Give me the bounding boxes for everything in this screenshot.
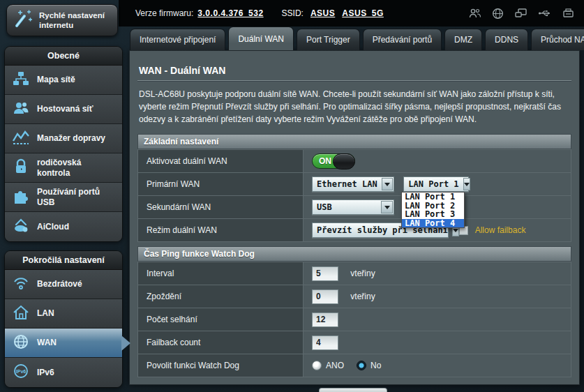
- chevron-down-icon: [381, 201, 393, 213]
- globe-icon[interactable]: [492, 8, 504, 20]
- sidebar-item-ipv6[interactable]: IPv6 IPv6: [5, 358, 122, 387]
- table-row: Primární WAN Ethernet LAN LAN Port 1 LAN…: [138, 173, 571, 196]
- watchdog-yes-label: ANO: [326, 361, 344, 370]
- interval-input[interactable]: [312, 266, 338, 281]
- usb-app-icon: [12, 187, 30, 208]
- devices-icon[interactable]: [514, 8, 527, 19]
- allow-failback-label: Allow failback: [475, 225, 526, 235]
- table-row: Sekundární WAN USB: [138, 196, 571, 219]
- top-status-bar: Verze firmwaru: 3.0.0.4.376_532 SSID: AS…: [119, 0, 584, 27]
- traffic-manager-icon: [12, 129, 30, 149]
- table-row: Failback count: [138, 331, 571, 354]
- svg-text:IPv6: IPv6: [16, 369, 27, 374]
- wireless-icon: [12, 275, 30, 294]
- sidebar-item-parental-control[interactable]: rodičovská kontrola: [5, 153, 122, 183]
- printer-icon[interactable]: [562, 8, 574, 19]
- sidebar-item-guest-network[interactable]: Hostovaná síť: [5, 95, 122, 124]
- interval-unit: vteřiny: [350, 269, 375, 278]
- sidebar-section-title-general: Obecné: [5, 47, 122, 66]
- failback-count-input[interactable]: [312, 336, 338, 350]
- sidebar-item-network-map[interactable]: Mapa sítě: [5, 66, 122, 95]
- table-row: Počet selhání: [138, 308, 571, 331]
- usb-icon[interactable]: [538, 8, 552, 18]
- tab-dual-wan[interactable]: Duální WAN: [228, 27, 294, 50]
- primary-wan-label: Primární WAN: [138, 173, 304, 196]
- tab-nat-passthrough[interactable]: Průchod NAT: [531, 29, 584, 50]
- clients-icon[interactable]: [469, 8, 481, 19]
- fail-count-label: Počet selhání: [138, 308, 304, 331]
- page-title: WAN - Duální WAN: [139, 65, 571, 76]
- quick-internet-setup-button[interactable]: Rychlé nastavení internetu: [6, 4, 118, 36]
- sidebar-item-traffic-manager[interactable]: Manažer dopravy: [5, 124, 122, 153]
- tab-dmz[interactable]: DMZ: [444, 29, 482, 50]
- tab-ddns[interactable]: DDNS: [485, 29, 528, 50]
- dropdown-option-lan-port-1[interactable]: LAN Port 1: [402, 193, 464, 202]
- sidebar-section-title-advanced: Pokročilá nastavení: [5, 251, 122, 270]
- watchdog-no-radio[interactable]: [357, 361, 366, 370]
- tab-port-forwarding[interactable]: Předávání portů: [363, 29, 442, 50]
- delay-input[interactable]: [312, 289, 338, 304]
- sidebar-item-label: AiCloud: [37, 222, 69, 232]
- sidebar-item-label: Používání portů USB: [37, 187, 114, 207]
- primary-wan-port-select[interactable]: LAN Port 1: [403, 176, 469, 192]
- watchdog-no-label: No: [370, 361, 381, 370]
- sidebar-item-label: Manažer dopravy: [37, 133, 105, 143]
- ssid-5g-link[interactable]: ASUS_5G: [342, 8, 384, 18]
- sidebar-item-usb-application[interactable]: Používání portů USB: [5, 183, 122, 212]
- main-panel: WAN - Duální WAN DSL-AC68U poskytuje pod…: [129, 50, 580, 385]
- primary-wan-type-select[interactable]: Ethernet LAN: [312, 176, 394, 192]
- ssid-area: SSID: ASUS ASUS_5G: [282, 8, 384, 18]
- ssid-label: SSID:: [282, 8, 304, 18]
- ipv6-icon: IPv6: [12, 362, 30, 383]
- lan-port-dropdown-list: LAN Port 1 LAN Port 2 LAN Port 3 LAN Por…: [401, 192, 465, 228]
- section-basic-config: Základní nastavení: [137, 134, 571, 149]
- sidebar: Obecné Mapa sítě Hostovaná síť Manažer d…: [4, 46, 123, 392]
- network-map-icon: [12, 70, 30, 90]
- sidebar-item-label: WAN: [37, 338, 57, 347]
- sidebar-item-label: LAN: [37, 308, 54, 318]
- table-row: Povolit funkci Watch Dog ANO No: [138, 354, 571, 377]
- tab-internet-connection[interactable]: Internetové připojení: [130, 29, 225, 50]
- delay-label: Zpoždění: [138, 285, 304, 308]
- guest-network-icon: [12, 100, 30, 119]
- magic-wand-icon: [13, 8, 33, 33]
- sidebar-item-wireless[interactable]: Bezdrátové: [5, 270, 122, 299]
- firmware-version-area: Verze firmwaru: 3.0.0.4.376_532: [135, 8, 264, 18]
- chevron-down-icon: [463, 178, 470, 190]
- secondary-wan-select[interactable]: USB: [312, 199, 394, 215]
- section-watchdog: Čas Ping funkce Watch Dog: [137, 246, 571, 262]
- quick-setup-label: Rychlé nastavení internetu: [39, 10, 112, 31]
- dual-wan-mode-label: Režim duální WAN: [138, 219, 304, 242]
- firmware-version-link[interactable]: 3.0.0.4.376_532: [197, 8, 263, 18]
- sidebar-item-aicloud[interactable]: AiCloud: [5, 212, 122, 241]
- apply-button[interactable]: [319, 388, 387, 392]
- sidebar-item-label: Bezdrátové: [37, 279, 82, 289]
- title-divider: [137, 80, 571, 82]
- delay-unit: vteřiny: [350, 292, 375, 301]
- sidebar-item-label: Hostovaná síť: [37, 104, 93, 114]
- sidebar-item-lan[interactable]: LAN: [5, 299, 122, 329]
- firmware-label: Verze firmwaru:: [135, 8, 193, 18]
- wan-tab-bar: Internetové připojení Duální WAN Port Tr…: [130, 27, 584, 50]
- watchdog-yes-radio[interactable]: [312, 361, 322, 370]
- fail-count-input[interactable]: [312, 312, 338, 327]
- aicloud-icon: [12, 217, 30, 236]
- interval-label: Interval: [138, 262, 304, 285]
- lan-icon: [12, 304, 30, 324]
- dropdown-option-lan-port-3[interactable]: LAN Port 3: [402, 210, 464, 219]
- page-description: DSL-AC68U poskytuje podporu duální sítě …: [139, 88, 570, 126]
- sidebar-item-label: Mapa sítě: [37, 75, 75, 84]
- toggle-knob: [333, 153, 355, 169]
- dual-wan-toggle[interactable]: ON: [312, 153, 355, 169]
- enable-dual-wan-label: Aktivovat duální WAN: [138, 150, 304, 173]
- ssid-24g-link[interactable]: ASUS: [310, 8, 335, 18]
- sidebar-item-wan[interactable]: WAN: [5, 329, 122, 358]
- dropdown-option-lan-port-4[interactable]: LAN Port 4: [402, 219, 464, 228]
- tab-port-trigger[interactable]: Port Trigger: [297, 29, 360, 50]
- sidebar-section-advanced: Pokročilá nastavení Bezdrátové LAN WAN I…: [4, 250, 123, 388]
- watchdog-table: Interval vteřiny Zpoždění vteřiny Počet …: [137, 262, 571, 377]
- basic-config-table: Aktivovat duální WAN ON Primární WAN Eth…: [137, 149, 571, 242]
- sidebar-item-label: rodičovská kontrola: [37, 158, 114, 178]
- toggle-state-label: ON: [319, 156, 331, 166]
- sidebar-item-label: IPv6: [37, 368, 54, 377]
